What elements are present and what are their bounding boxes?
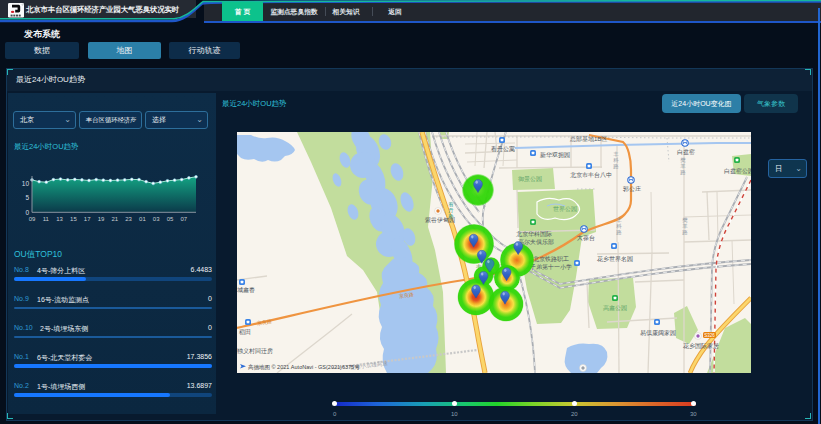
- svg-text:花乡国际家居: 花乡国际家居: [683, 342, 719, 350]
- svg-text:11: 11: [43, 216, 50, 222]
- svg-text:城鑫春: 城鑫春: [237, 287, 255, 294]
- svg-text:世界公园: 世界公园: [553, 206, 577, 213]
- svg-text:03: 03: [153, 216, 160, 222]
- svg-text:05: 05: [167, 216, 174, 222]
- svg-text:高德地图 © 2021 AutoNavi - GS(2021: 高德地图 © 2021 AutoNavi - GS(2021)6375号: [248, 364, 360, 371]
- svg-text:路: 路: [682, 229, 688, 235]
- svg-text:路: 路: [680, 169, 686, 175]
- svg-text:总部基地1B区: 总部基地1B区: [569, 135, 607, 143]
- svg-text:路: 路: [616, 229, 622, 235]
- svg-text:路: 路: [613, 163, 619, 169]
- svg-text:独义村回迁房: 独义村回迁房: [237, 347, 273, 355]
- svg-text:看丹公寓: 看丹公寓: [490, 145, 515, 153]
- svg-text:花乡世界名园: 花乡世界名园: [597, 256, 633, 263]
- svg-text:S326: S326: [704, 333, 715, 338]
- svg-text:0: 0: [25, 209, 29, 216]
- svg-text:13: 13: [56, 216, 63, 222]
- svg-text:易倶康阔家园: 易倶康阔家园: [640, 329, 676, 337]
- svg-text:桥: 桥: [447, 213, 454, 219]
- svg-text:北京铁路职工: 北京铁路职工: [533, 255, 569, 263]
- svg-text:15: 15: [70, 216, 77, 222]
- svg-text:北京市丰台八中: 北京市丰台八中: [570, 171, 612, 179]
- svg-text:北京华科国际: 北京华科国际: [516, 230, 552, 238]
- svg-text:郭公庄: 郭公庄: [622, 185, 641, 193]
- svg-text:19: 19: [98, 216, 105, 222]
- svg-text:07: 07: [180, 216, 187, 222]
- svg-text:高鑫公园: 高鑫公园: [603, 304, 627, 312]
- svg-text:稻田: 稻田: [239, 329, 251, 336]
- svg-text:10: 10: [22, 180, 30, 187]
- svg-text:21: 21: [111, 216, 118, 222]
- svg-text:23: 23: [125, 216, 132, 222]
- svg-text:御景公园: 御景公园: [518, 176, 542, 183]
- svg-text:17: 17: [84, 216, 91, 222]
- svg-text:白盆窑公园: 白盆窑公园: [724, 167, 751, 175]
- svg-text:子弟第十一小学: 子弟第十一小学: [529, 263, 572, 271]
- svg-text:大葆台: 大葆台: [577, 234, 595, 242]
- svg-text:5: 5: [25, 194, 29, 201]
- svg-text:白盆窑: 白盆窑: [677, 148, 695, 156]
- svg-text:01: 01: [139, 216, 146, 222]
- svg-text:新华双拥园: 新华双拥园: [540, 151, 570, 159]
- svg-text:09: 09: [29, 216, 36, 222]
